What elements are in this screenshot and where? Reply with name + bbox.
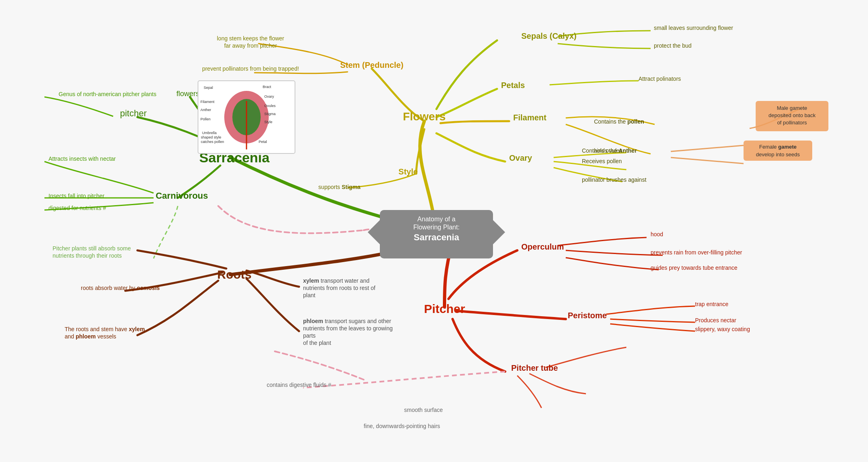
petals-label: Petals [501,81,525,90]
operculum-label: Operculum [521,242,564,251]
stem-note1: long stem keeps the flower [217,35,284,42]
sepals-note1: small leaves surrounding flower [654,25,733,31]
pitcher-tube-label: Pitcher tube [511,363,558,372]
xylem-phloem-note1: The roots and stem have xylem [65,326,145,332]
carnivorous-note1: Attracts insects with nectar [48,155,116,162]
operculum-note2: prevents rain from over-filling pitcher [651,249,742,256]
flower-diag-label-anther: Anther [200,108,211,112]
ovary-label: Ovary [509,153,533,162]
center-title-sarracenia: Sarracenia [414,232,459,242]
style-label: Style [398,167,418,176]
style-note1: supports Stigma [318,184,360,190]
pitcher-small-label: pitcher [120,108,147,118]
flower-diag-label-umbrella2: shaped style [201,135,221,139]
pitcher-tube-note1: contains digestive fluids # [267,382,331,388]
flower-diag-label-sepal: Sepal [204,86,213,90]
stem-peduncle-label: Stem (Peduncle) [340,61,404,69]
center-title-line1: Anatomy of a [417,216,455,223]
peristome-note3: slippery, waxy coating [695,326,750,332]
ovary-note2: Receives pollen [582,158,622,164]
petals-note1: Attract polinators [638,76,681,82]
stem-note2: prevent pollinators from being trapped! [202,65,299,72]
phloem-branch-note: phloem transport sugars and other [303,318,391,324]
pitcher-note1: Genus of north-american pitcher plants [59,91,156,97]
male-gamete-text2: deposited onto back [769,112,816,118]
peristome-note1: trap entrance [695,301,729,307]
xylem-phloem-note2: and phloem vessels [65,333,116,340]
osmosis-note: roots absorb water by osmosis [81,285,160,291]
filament-label: Filament [513,113,547,122]
xylem-branch-note2: nutrients from roots to rest of [303,285,375,291]
phloem-branch-note4: of the plant [303,340,331,346]
female-gamete-text2: develop into seeds [756,151,800,158]
male-gamete-text3: of pollinators [777,120,807,126]
female-gamete-text1: Female gamete [759,144,797,150]
carnivorous-note3: digested for nutrients # [48,205,106,211]
flower-diag-label-style: Style [264,120,272,124]
flowers-label: Flowers [403,110,446,123]
flowers-small-label: flowers [176,90,199,98]
ovary-note3: pollinator brushes against [582,176,647,183]
center-title-line2: Flowering Plant: [413,224,460,231]
carnivorous-label: Carnivorous [156,191,208,201]
phloem-branch-note2: nutrients from the leaves to growing [303,325,393,332]
male-gamete-text1: Male gamete [777,105,807,111]
flower-diag-label-bract: Bract [263,85,272,89]
roots-label: Roots [217,268,252,281]
flower-diag-label-umbrella: Umbrella [202,131,217,135]
pitcher-tube-note2: smooth surface [404,407,443,413]
operculum-note1: hood [651,231,663,237]
flower-diag-label-umbrella3: catches pollen [201,140,224,144]
flower-diag-label-ovary: Ovary [264,94,274,99]
xylem-branch-note3: plant [303,292,315,298]
operculum-note3: guides prey towards tube entrance [651,265,737,271]
carnivorous-dashed-note: Pitcher plants still absorb some [53,245,131,252]
sepals-note2: protect the bud [654,42,691,49]
sepals-label: Sepals (Calyx) [521,32,577,40]
pitcher-tube-note3: fine, downwards-pointing hairs [364,423,440,429]
flower-diag-label-filament: Filament [200,100,215,104]
ovary-note1: Contains ovules [582,147,622,154]
carnivorous-note2: Insects fall into pitcher [48,193,105,199]
pitcher-label: Pitcher [424,302,465,315]
flower-diag-label-petal: Petal [259,140,267,144]
peristome-label: Peristome [568,311,607,320]
flower-diag-label-ovules: Ovules [264,104,276,108]
phloem-branch-note3: parts [303,332,316,339]
carnivorous-dashed-note2: nutrients through their roots [53,252,122,259]
filament-note1: Contains the pollen [594,118,644,125]
flower-diag-label-stigma: Stigma [264,112,276,116]
stem-note1b: far away from pitcher [224,42,277,49]
flower-diag-label-pollen: Pollen [200,117,211,121]
peristome-note2: Produces nectar [695,317,736,323]
xylem-branch-note: xylem transport water and [303,277,369,284]
